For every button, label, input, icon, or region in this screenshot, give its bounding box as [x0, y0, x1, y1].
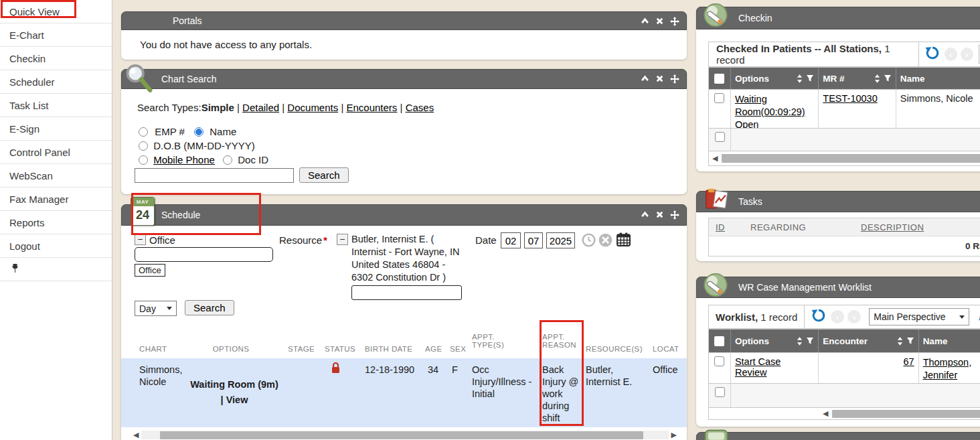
- view-select[interactable]: Day: [135, 301, 177, 316]
- column-header[interactable]: STAGE: [288, 345, 315, 353]
- clear-date-icon[interactable]: [598, 233, 612, 250]
- scroll-right-arrow[interactable]: ▶: [671, 431, 677, 439]
- refresh-icon[interactable]: [811, 308, 826, 325]
- column-header[interactable]: APPT. TYPE(S): [472, 333, 513, 349]
- sidebar-item-checkin[interactable]: Checkin: [0, 47, 112, 70]
- checkin-hscrollbar[interactable]: ◀: [709, 151, 980, 165]
- row-checkbox[interactable]: [714, 356, 724, 366]
- date-year-input[interactable]: [546, 232, 575, 248]
- column-header[interactable]: AGE: [425, 345, 442, 353]
- close-icon[interactable]: [655, 17, 664, 26]
- column-header[interactable]: CHART: [139, 345, 167, 353]
- sidebar-item-fax-manager[interactable]: Fax Manager: [0, 188, 112, 211]
- radio-dob[interactable]: [139, 141, 148, 151]
- column-header[interactable]: STATUS: [325, 345, 355, 353]
- edit-pencil-icon[interactable]: ✎: [977, 309, 980, 325]
- resource-input[interactable]: [351, 285, 462, 300]
- encounter-link[interactable]: 67: [903, 356, 914, 367]
- schedule-search-button[interactable]: Search: [185, 300, 234, 315]
- chart-search-input[interactable]: [135, 168, 294, 183]
- column-header[interactable]: SEX: [450, 345, 466, 353]
- move-icon[interactable]: [670, 74, 679, 84]
- sidebar-item-e-sign[interactable]: E-Sign: [0, 117, 112, 141]
- date-day-input[interactable]: [524, 232, 543, 248]
- appointment-row[interactable]: Simmons, Nicole Waiting Room (9m) | View…: [121, 358, 687, 427]
- sidebar-item-logout[interactable]: Logout: [0, 234, 112, 258]
- prev-page-icon[interactable]: ‹: [831, 310, 844, 323]
- row-checkbox[interactable]: [715, 132, 725, 142]
- radio-emp-label: EMP #: [155, 126, 185, 137]
- scroll-left-arrow[interactable]: ◀: [823, 410, 828, 417]
- close-icon[interactable]: [655, 74, 664, 84]
- select-all-checkbox[interactable]: [714, 74, 724, 84]
- column-header[interactable]: RESOURCE(S): [586, 345, 643, 353]
- worklist-name-link[interactable]: Thompson, Jennifer: [923, 356, 980, 382]
- column-header[interactable]: LOCAT: [653, 345, 679, 353]
- column-header-name[interactable]: Name: [923, 336, 948, 346]
- sidebar-item-scheduler[interactable]: Scheduler: [0, 70, 112, 94]
- resource-collapse-button[interactable]: –: [337, 234, 348, 245]
- row-checkbox[interactable]: [714, 93, 724, 103]
- checkin-options-link[interactable]: Waiting Room(00:09:29) Open: [730, 90, 818, 128]
- radio-doc-id[interactable]: [223, 155, 232, 165]
- refresh-icon[interactable]: [925, 46, 940, 63]
- scroll-left-arrow[interactable]: ◀: [133, 431, 139, 439]
- scrollbar-thumb[interactable]: [160, 431, 643, 439]
- next-page-icon[interactable]: ›: [847, 310, 861, 323]
- scrollbar-thumb[interactable]: [832, 410, 980, 418]
- sidebar-item-e-chart[interactable]: E-Chart: [0, 23, 112, 47]
- close-icon[interactable]: [655, 210, 664, 220]
- collapse-icon[interactable]: [641, 210, 649, 220]
- column-header[interactable]: APPT. REASON: [542, 333, 577, 349]
- sidebar-item-task-list[interactable]: Task List: [0, 94, 112, 117]
- time-icon[interactable]: [582, 233, 596, 250]
- search-type-documents[interactable]: Documents: [287, 102, 338, 113]
- calendar-picker-icon[interactable]: [616, 232, 631, 250]
- row-checkbox[interactable]: [715, 387, 725, 397]
- search-type-simple[interactable]: Simple: [201, 102, 234, 113]
- worklist-panel-body: Worklist, 1 record ‹ › Main Perspective …: [696, 298, 980, 427]
- column-header[interactable]: OPTIONS: [177, 345, 284, 353]
- radio-mobile-phone-label[interactable]: Mobile Phone: [153, 154, 215, 165]
- column-header-options[interactable]: Options: [735, 336, 769, 346]
- sidebar-item-control-panel[interactable]: Control Panel: [0, 141, 112, 164]
- worklist-hscrollbar[interactable]: ◀: [709, 407, 980, 419]
- radio-mobile-phone[interactable]: [139, 155, 148, 165]
- options-view-link[interactable]: | View: [177, 394, 291, 406]
- portals-panel-header: Portals: [121, 11, 687, 30]
- select-all-checkbox[interactable]: [714, 336, 724, 346]
- radio-emp[interactable]: [139, 127, 148, 137]
- perspective-select[interactable]: Main Perspective: [869, 308, 969, 325]
- radio-name[interactable]: [194, 127, 203, 137]
- scroll-left-arrow[interactable]: ◀: [712, 155, 718, 162]
- sidebar-pin-toggle[interactable]: [0, 258, 112, 281]
- schedule-hscrollbar[interactable]: ◀ ▶: [133, 430, 677, 440]
- move-icon[interactable]: [670, 210, 679, 220]
- checkin-mr-link[interactable]: TEST-10030: [823, 93, 877, 104]
- scrollbar-thumb[interactable]: [722, 154, 980, 163]
- collapse-icon[interactable]: [641, 17, 649, 26]
- search-type-encounters[interactable]: Encounters: [346, 102, 397, 113]
- chart-search-button[interactable]: Search: [299, 167, 349, 183]
- sidebar-item-webscan[interactable]: WebScan: [0, 164, 112, 188]
- search-type-detailed[interactable]: Detailed: [242, 102, 279, 113]
- collapse-icon[interactable]: [641, 74, 649, 84]
- office-collapse-button[interactable]: –: [135, 234, 146, 245]
- sidebar-item-quick-view[interactable]: Quick View: [0, 0, 112, 23]
- prev-page-icon[interactable]: ‹: [945, 48, 957, 61]
- column-header-mr[interactable]: MR #: [823, 74, 844, 84]
- column-header-id[interactable]: ID: [716, 222, 725, 232]
- options-waiting-room-link[interactable]: Waiting Room (9m): [177, 378, 291, 390]
- column-header-description[interactable]: DESCRIPTION: [861, 222, 924, 232]
- column-header-name[interactable]: Name: [900, 74, 925, 84]
- date-month-input[interactable]: [501, 232, 521, 248]
- office-input[interactable]: [135, 247, 273, 262]
- column-header-encounter[interactable]: Encounter: [823, 336, 868, 346]
- column-header[interactable]: BIRTH DATE: [365, 345, 412, 353]
- sidebar-item-reports[interactable]: Reports: [0, 211, 112, 234]
- search-type-cases[interactable]: Cases: [406, 102, 434, 113]
- column-header-options[interactable]: Options: [735, 74, 769, 84]
- start-case-review-link[interactable]: Start Case Review: [735, 356, 781, 378]
- move-icon[interactable]: [670, 17, 679, 26]
- next-page-icon[interactable]: ›: [961, 48, 973, 61]
